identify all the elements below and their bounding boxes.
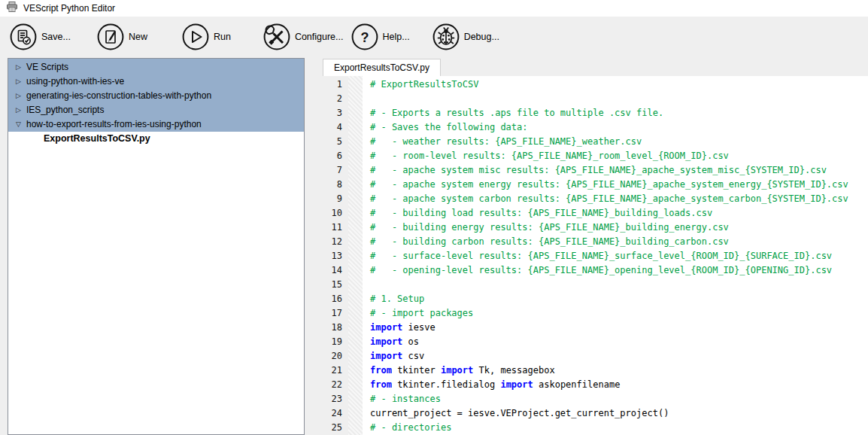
new-button[interactable]: New [97,23,147,50]
code-text: from tkinter.filedialog import askopenfi… [370,378,620,392]
help-icon: ? [351,23,378,50]
title-bar: VEScript Python Editor [0,0,868,17]
code-text: # - apache system misc results: {APS_FIL… [370,163,827,178]
line-number: 21 [323,364,348,378]
tree-item-label: IES_python_scripts [26,103,104,117]
tree-item-using-python-with-ies-ve[interactable]: using-python-with-ies-ve [8,75,304,89]
new-button-label: New [129,32,147,42]
line-number: 6 [323,149,348,163]
code-text: # - import packages [370,306,473,321]
code-line: 23# - instances [323,392,868,406]
code-text: # ExportResultsToCSV [370,78,479,92]
run-button[interactable]: Run [182,23,231,50]
tree-item-label: how-to-export-results-from-ies-using-pyt… [26,117,202,132]
debug-button[interactable]: Debug... [432,23,499,50]
tree-item-ve-scripts[interactable]: VE Scripts [8,60,304,75]
line-number: 18 [323,321,348,335]
code-line: 1# ExportResultsToCSV [323,78,868,92]
run-icon [182,23,209,50]
app-window: VEScript Python Editor Save... [0,0,868,435]
code-editor[interactable]: 1# ExportResultsToCSV23# - Exports a res… [323,76,868,435]
help-button[interactable]: ? Help... [351,23,410,50]
code-line: 2 [323,92,868,106]
line-number: 15 [323,278,348,292]
code-line: 8# - apache system energy results: {APS_… [323,178,868,192]
tab-exportresultstocsv[interactable]: ExportResultsToCSV.py [323,59,441,76]
help-button-label: Help... [383,32,410,42]
run-button-label: Run [214,32,231,42]
code-text: # 1. Setup [370,292,424,306]
chevron-down-icon [16,117,26,132]
code-line: 19import os [323,335,868,349]
code-text: # - Exports a results .aps file to multi… [370,106,663,120]
line-number: 14 [323,263,348,278]
code-text: # - building carbon results: {APS_FILE_N… [370,235,729,249]
chevron-right-icon [16,89,26,103]
tab-strip: ExportResultsToCSV.py [323,59,868,76]
code-line: 6# - room-level results: {APS_FILE_NAME}… [323,149,868,163]
code-text: # - opening-level results: {APS_FILE_NAM… [370,263,832,278]
tree-item-label: VE Scripts [26,60,68,75]
tree-item-ies-python-scripts[interactable]: IES_python_scripts [8,103,304,117]
line-number: 10 [323,206,348,221]
line-number: 3 [323,106,348,120]
line-number: 22 [323,378,348,392]
code-text: # - apache system energy results: {APS_F… [370,178,848,192]
code-text: from tkinter import Tk, messagebox [370,364,555,378]
debug-icon [432,23,460,50]
configure-button[interactable]: Configure... [263,23,344,50]
code-line: 9# - apache system carbon results: {APS_… [323,192,868,206]
line-number: 11 [323,221,348,235]
save-icon [10,23,37,50]
line-number: 19 [323,335,348,349]
code-line: 7# - apache system misc results: {APS_FI… [323,163,868,178]
code-text: # - instances [370,392,441,406]
line-number: 9 [323,192,348,206]
configure-icon [263,23,290,50]
code-line: 17# - import packages [323,306,868,321]
code-line: 13# - surface-level results: {APS_FILE_N… [323,249,868,263]
code-line: 15 [323,278,868,292]
code-line: 21from tkinter import Tk, messagebox [323,364,868,378]
code-line: 3# - Exports a results .aps file to mult… [323,106,868,120]
code-text: # - Saves the following data: [370,120,528,135]
line-number: 1 [323,78,348,92]
line-number: 24 [323,406,348,421]
code-text: # - building energy results: {APS_FILE_N… [370,221,729,235]
code-line: 22from tkinter.filedialog import askopen… [323,378,868,392]
tree-item-exportresultstocsv-file[interactable]: ExportResultsToCSV.py [8,132,304,146]
chevron-right-icon [16,103,26,117]
editor-pane: ExportResultsToCSV.py 1# ExportResultsTo… [323,59,868,435]
line-number: 8 [323,178,348,192]
code-text: # - surface-level results: {APS_FILE_NAM… [370,249,832,263]
tree-item-how-to-export-results[interactable]: how-to-export-results-from-ies-using-pyt… [8,117,304,132]
code-line: 16# 1. Setup [323,292,868,306]
line-number: 25 [323,421,348,435]
tree-file-label: ExportResultsToCSV.py [44,132,150,146]
new-icon [97,23,124,50]
line-number: 20 [323,349,348,364]
save-button[interactable]: Save... [10,23,71,50]
line-number: 16 [323,292,348,306]
code-line: 4# - Saves the following data: [323,120,868,135]
debug-button-label: Debug... [464,32,499,42]
line-number: 5 [323,135,348,149]
code-line: 14# - opening-level results: {APS_FILE_N… [323,263,868,278]
code-text: # - room-level results: {APS_FILE_NAME}_… [370,149,729,163]
code-line: 10# - building load results: {APS_FILE_N… [323,206,868,221]
code-line: 11# - building energy results: {APS_FILE… [323,221,868,235]
code-line: 5# - weather results: {APS_FILE_NAME}_we… [323,135,868,149]
code-line: 25# - directories [323,421,868,435]
code-line: 12# - building carbon results: {APS_FILE… [323,235,868,249]
question-mark-glyph: ? [360,29,369,44]
line-number: 23 [323,392,348,406]
tree-item-generating-ies-construction-tables[interactable]: generating-ies-construction-tables-with-… [8,89,304,103]
tree-item-label: generating-ies-construction-tables-with-… [26,89,211,103]
code-line: 20import csv [323,349,868,364]
line-number: 4 [323,120,348,135]
save-button-label: Save... [41,32,71,42]
line-number: 2 [323,92,348,106]
chevron-right-icon [16,75,26,89]
tree-item-label: using-python-with-ies-ve [26,75,124,89]
code-text: import iesve [370,321,436,335]
